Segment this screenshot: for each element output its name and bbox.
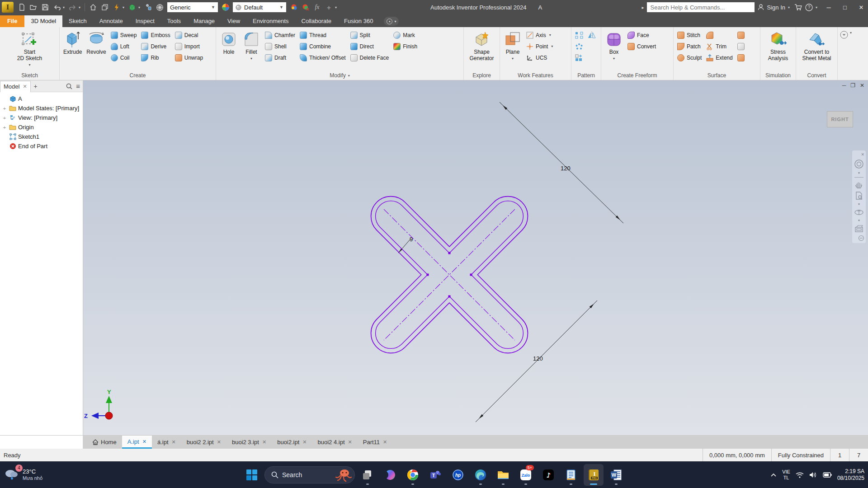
material-caret-icon[interactable]: ▾ bbox=[138, 5, 142, 9]
render-wheel-icon[interactable] bbox=[154, 1, 165, 13]
panel-label-convert[interactable]: Convert bbox=[796, 71, 837, 80]
viewcube[interactable]: RIGHT bbox=[827, 111, 853, 127]
sign-in-button[interactable]: Sign In bbox=[767, 4, 785, 11]
delete-face-button[interactable]: Delete Face bbox=[349, 52, 391, 63]
undo-icon[interactable] bbox=[51, 1, 62, 13]
home-icon[interactable] bbox=[87, 1, 99, 13]
mark-button[interactable]: Mark bbox=[392, 29, 419, 41]
ribbon-display-toggle[interactable]: ▴ ▾ bbox=[384, 17, 399, 26]
tree-item-model-states[interactable]: + Model States: [Primary] bbox=[2, 103, 83, 113]
tab-close-icon[interactable]: ✕ bbox=[172, 439, 176, 445]
revolve-button[interactable]: Revolve bbox=[85, 29, 107, 56]
taskbar-app-zalo[interactable]: Zalo 5+ bbox=[516, 464, 536, 486]
taskbar-app-edge[interactable] bbox=[471, 464, 491, 486]
doc-tab-a2-ipt[interactable]: á.ipt✕ bbox=[152, 436, 181, 449]
battery-icon[interactable] bbox=[823, 472, 832, 478]
help-icon[interactable]: ? bbox=[805, 4, 813, 11]
split-button[interactable]: Split bbox=[349, 29, 391, 41]
panel-label-pattern[interactable]: Pattern bbox=[571, 71, 601, 80]
orbit-icon[interactable] bbox=[854, 208, 864, 216]
browser-menu-icon[interactable]: ≡ bbox=[76, 82, 80, 90]
sweep-button[interactable]: Sweep bbox=[109, 29, 138, 41]
stress-analysis-button[interactable]: Stress Analysis bbox=[767, 29, 790, 62]
mirror-button[interactable] bbox=[586, 29, 597, 41]
convert-to-sheet-metal-button[interactable]: Convert to Sheet Metal bbox=[801, 29, 832, 62]
patch-button[interactable]: Patch bbox=[676, 41, 703, 52]
full-navigation-wheel-icon[interactable] bbox=[854, 159, 864, 169]
combine-button[interactable]: Combine bbox=[298, 41, 347, 52]
panel-label-simulation[interactable]: Simulation bbox=[760, 71, 796, 80]
thicken-offset-button[interactable]: Thicken/ Offset bbox=[298, 52, 347, 63]
tree-item-sketch1[interactable]: Sketch1 bbox=[2, 132, 83, 141]
fillet-button[interactable]: Fillet ▾ bbox=[241, 29, 262, 62]
tab-close-icon[interactable]: ✕ bbox=[383, 439, 387, 445]
help-caret-icon[interactable]: ▾ bbox=[816, 5, 819, 9]
taskbar-app-notepad[interactable] bbox=[561, 464, 581, 486]
parameters-fx-icon[interactable]: fx bbox=[311, 1, 323, 13]
expand-icon[interactable]: + bbox=[2, 106, 7, 111]
wifi-icon[interactable] bbox=[796, 472, 804, 478]
loft-button[interactable]: Loft bbox=[109, 41, 138, 52]
sketch-profile[interactable] bbox=[304, 130, 594, 420]
save-icon[interactable] bbox=[39, 1, 51, 13]
navbar-collapse-icon[interactable] bbox=[858, 235, 864, 241]
direct-button[interactable]: Direct bbox=[349, 41, 391, 52]
redo-caret-icon[interactable]: ▾ bbox=[79, 5, 82, 9]
appearance-select[interactable]: Default▼ bbox=[233, 2, 286, 12]
tab-close-icon[interactable]: ✕ bbox=[142, 439, 146, 445]
freeform-box-button[interactable]: Box ▾ bbox=[604, 29, 624, 62]
taskbar-app-copilot[interactable] bbox=[380, 464, 400, 486]
navbar-caret-icon[interactable]: ▾ bbox=[858, 219, 860, 222]
ribbon-options-icon[interactable] bbox=[840, 31, 848, 39]
new-file-icon[interactable] bbox=[16, 1, 27, 13]
start-2d-sketch-button[interactable]: Start 2D Sketch ▾ bbox=[16, 29, 43, 69]
doc-tab-buoi2-3-ipt[interactable]: buoi2 3.ipt✕ bbox=[226, 436, 272, 449]
taskbar-app-file-explorer[interactable] bbox=[493, 464, 513, 486]
doc-restore-icon[interactable]: ❐ bbox=[850, 82, 855, 89]
look-at-icon[interactable] bbox=[854, 225, 864, 233]
language-indicator[interactable]: VIE TL bbox=[782, 469, 790, 481]
taskbar-app-teams[interactable]: T bbox=[425, 464, 445, 486]
freeform-face-button[interactable]: Face bbox=[626, 29, 657, 41]
copy-surface-button[interactable] bbox=[736, 41, 746, 52]
weather-widget[interactable]: 4 23°C Mưa nhỏ bbox=[4, 467, 42, 483]
switch-window-icon[interactable] bbox=[99, 1, 110, 13]
start-button[interactable] bbox=[242, 464, 262, 486]
replace-face-button[interactable] bbox=[736, 29, 746, 41]
navbar-caret-icon[interactable]: ▾ bbox=[858, 202, 860, 206]
sketch-driven-pattern-button[interactable] bbox=[574, 52, 585, 63]
material-select[interactable]: Generic▼ bbox=[167, 2, 218, 12]
user-icon[interactable] bbox=[757, 4, 764, 11]
expand-icon[interactable]: + bbox=[2, 125, 7, 130]
customize-qat-icon[interactable]: ▾ bbox=[335, 5, 339, 9]
add-command-icon[interactable]: + bbox=[323, 1, 335, 13]
doc-tab-buoi2-ipt[interactable]: buoi2.ipt✕ bbox=[272, 436, 312, 449]
pan-hand-icon[interactable] bbox=[854, 180, 863, 189]
unwrap-button[interactable]: Unwrap bbox=[174, 52, 204, 63]
taskbar-app-widgets[interactable] bbox=[358, 464, 377, 486]
help-search-input[interactable] bbox=[647, 2, 755, 12]
doc-tab-a-ipt[interactable]: A.ipt✕ bbox=[122, 436, 152, 449]
adjust-appearance-icon[interactable] bbox=[288, 1, 299, 13]
dimension-text-top[interactable]: 120 bbox=[561, 165, 571, 172]
tab-manage[interactable]: Manage bbox=[187, 15, 221, 27]
emboss-button[interactable]: Emboss bbox=[140, 29, 171, 41]
decal-button[interactable]: Decal bbox=[174, 29, 204, 41]
doc-tab-buoi2-2-ipt[interactable]: buoi2 2.ipt✕ bbox=[181, 436, 226, 449]
material-box-icon[interactable] bbox=[127, 1, 138, 13]
clock[interactable]: 2:19 SA 08/10/2025 bbox=[837, 468, 864, 482]
ribbon-options-caret-icon[interactable]: ▾ bbox=[850, 31, 852, 35]
measure-icon[interactable] bbox=[142, 1, 154, 13]
tab-collaborate[interactable]: Collaborate bbox=[295, 15, 338, 27]
sketch-canvas[interactable]: 120 120 9 bbox=[83, 80, 868, 436]
taskbar-search[interactable]: Search bbox=[264, 466, 355, 483]
axis-button[interactable]: Axis▾ bbox=[525, 29, 554, 41]
doc-tab-home[interactable]: Home bbox=[87, 436, 122, 449]
shell-button[interactable]: Shell bbox=[264, 41, 297, 52]
shape-generator-button[interactable]: Shape Generator bbox=[468, 29, 495, 62]
extend-button[interactable]: Extend bbox=[705, 52, 734, 63]
finish-button[interactable]: Finish bbox=[392, 41, 419, 52]
taskbar-app-tiktok[interactable]: ♪♪♪ bbox=[538, 464, 558, 486]
panel-label-modify[interactable]: Modify▾ bbox=[216, 71, 463, 80]
panel-label-explore[interactable]: Explore bbox=[464, 71, 500, 80]
